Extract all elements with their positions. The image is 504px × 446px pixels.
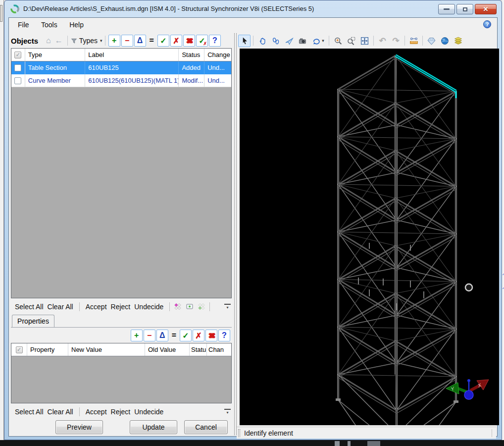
table-row[interactable]: Table Section 610UB125 Added Und... bbox=[11, 61, 231, 74]
col-old-value[interactable]: Old Value bbox=[145, 343, 190, 356]
menu-bar: File Tools Help ? bbox=[9, 18, 497, 32]
menu-file[interactable]: File bbox=[13, 18, 34, 29]
select-tool-icon[interactable] bbox=[238, 35, 251, 47]
prop-accept-link[interactable]: Accept bbox=[86, 408, 107, 416]
point-marker bbox=[465, 284, 472, 291]
highlighted-member[interactable] bbox=[396, 56, 456, 98]
walk-tool-icon[interactable] bbox=[269, 35, 282, 47]
accept-link[interactable]: Accept bbox=[86, 303, 107, 311]
panel-splitter[interactable] bbox=[234, 33, 237, 435]
statusbar-grip bbox=[238, 429, 240, 437]
properties-toolbar: + − Δ = ✓ ✗ ✖ ? bbox=[11, 329, 232, 342]
background-window-edge-right: ✓✓ bbox=[502, 0, 504, 440]
menu-tools[interactable]: Tools bbox=[36, 18, 62, 29]
menu-help[interactable]: Help bbox=[64, 18, 89, 29]
prop-select-all-checkbox[interactable]: ✓ bbox=[16, 346, 23, 353]
col-new-value[interactable]: New Value bbox=[68, 343, 145, 356]
add-filter-button[interactable]: + bbox=[108, 35, 120, 47]
objects-panel-title: Objects bbox=[11, 37, 38, 45]
table-row[interactable]: Curve Member 610UB125(610UB125)(MATL 1) … bbox=[11, 74, 231, 87]
cancel-button[interactable]: Cancel bbox=[184, 420, 228, 434]
prop-reject-button[interactable]: ✗ bbox=[193, 330, 204, 341]
types-dropdown[interactable]: Types bbox=[79, 37, 98, 45]
show-accepted-filter-icon[interactable] bbox=[197, 302, 206, 311]
redo-view-icon[interactable]: ↷ bbox=[390, 35, 402, 47]
rotate-view-tool-icon[interactable]: ▾ bbox=[309, 35, 326, 47]
window-title: D:\Dev\Release Articles\S_Exhaust.ism.dg… bbox=[23, 5, 314, 12]
layers-icon[interactable] bbox=[452, 35, 464, 47]
col-change[interactable]: Change bbox=[204, 49, 231, 61]
titlebar[interactable]: D:\Dev\Release Articles\S_Exhaust.ism.dg… bbox=[4, 0, 502, 17]
app-logo-icon bbox=[10, 4, 20, 14]
back-icon[interactable]: ← bbox=[55, 36, 63, 45]
prop-help-button[interactable]: ? bbox=[218, 330, 230, 341]
preview-button[interactable]: Preview bbox=[55, 420, 103, 434]
fly-tool-icon[interactable] bbox=[283, 35, 295, 47]
remove-filter-button[interactable]: − bbox=[121, 35, 133, 47]
home-icon[interactable]: ⌂ bbox=[46, 36, 51, 45]
prop-reject-link[interactable]: Reject bbox=[111, 408, 131, 416]
app-window: D:\Dev\Release Articles\S_Exhaust.ism.dg… bbox=[4, 0, 502, 440]
desktop: ✓✓ D:\Dev\Release Articles\S_Exhaust.ism… bbox=[0, 0, 504, 446]
taskbar-strip bbox=[0, 440, 504, 446]
prop-delta-button[interactable]: Δ bbox=[156, 330, 168, 341]
row-checkbox[interactable] bbox=[14, 64, 21, 71]
client-area: File Tools Help ? Objects ⌂ ← Types ▾ + … bbox=[8, 17, 498, 437]
prop-add-button[interactable]: + bbox=[131, 330, 143, 341]
reject-link[interactable]: Reject bbox=[111, 303, 131, 311]
objects-table: ✓ Type Label Status Change Table Section… bbox=[11, 48, 232, 298]
prop-equals-label: = bbox=[172, 331, 176, 340]
col-status[interactable]: Status bbox=[179, 49, 204, 61]
objects-table-header: ✓ Type Label Status Change bbox=[11, 49, 231, 61]
prop-clear-all-link[interactable]: Clear All bbox=[48, 408, 73, 416]
undecide-question-button[interactable]: ? bbox=[209, 35, 221, 47]
help-icon[interactable]: ? bbox=[483, 20, 491, 28]
zoom-tool-icon[interactable] bbox=[332, 35, 344, 47]
reject-all-button[interactable]: ✖ bbox=[183, 35, 195, 47]
toolbar-overflow-icon[interactable]: ▾ bbox=[224, 304, 231, 310]
view-toolbar: ▾ ↶ ↷ bbox=[238, 33, 496, 48]
update-button[interactable]: Update bbox=[130, 420, 177, 434]
render-mode-icon[interactable] bbox=[425, 35, 438, 47]
tab-properties[interactable]: Properties bbox=[12, 315, 54, 327]
delta-filter-button[interactable]: Δ bbox=[134, 35, 146, 47]
pan-tool-icon[interactable] bbox=[256, 35, 268, 47]
filter-icon[interactable] bbox=[70, 37, 78, 45]
undo-view-icon[interactable]: ↶ bbox=[376, 35, 389, 47]
col-prop-change[interactable]: Chan bbox=[207, 343, 231, 356]
row-checkbox[interactable] bbox=[14, 77, 21, 84]
col-property[interactable]: Property bbox=[27, 343, 68, 356]
properties-table: ✓ Property New Value Old Value Statu Cha… bbox=[11, 343, 232, 403]
types-dropdown-arrow-icon[interactable]: ▾ bbox=[100, 38, 102, 43]
prop-select-all-link[interactable]: Select All bbox=[15, 408, 44, 416]
select-all-link[interactable]: Select All bbox=[15, 303, 44, 311]
clear-all-link[interactable]: Clear All bbox=[48, 303, 73, 311]
col-type[interactable]: Type bbox=[25, 49, 85, 61]
select-all-checkbox[interactable]: ✓ bbox=[14, 52, 21, 58]
maximize-button[interactable] bbox=[456, 4, 473, 14]
prop-reject-all-button[interactable]: ✖ bbox=[205, 330, 217, 341]
show-rejected-filter-icon[interactable] bbox=[173, 302, 183, 311]
globe-icon[interactable] bbox=[439, 35, 451, 47]
close-button[interactable]: ✕ bbox=[475, 4, 497, 14]
accept-reject-mixed-button[interactable]: ✓✗ bbox=[196, 35, 208, 47]
col-prop-status[interactable]: Statu bbox=[190, 343, 207, 356]
prop-undecide-link[interactable]: Undecide bbox=[134, 408, 163, 416]
prop-toolbar-overflow-icon[interactable]: ▾ bbox=[224, 409, 231, 415]
col-label[interactable]: Label bbox=[85, 49, 179, 61]
viewport-3d[interactable]: Y X bbox=[240, 49, 499, 425]
status-bar: Identify element bbox=[237, 427, 496, 439]
prop-remove-button[interactable]: − bbox=[144, 330, 155, 341]
prop-accept-button[interactable]: ✓ bbox=[180, 330, 192, 341]
preview-pane-icon[interactable] bbox=[185, 302, 195, 311]
fit-view-tool-icon[interactable] bbox=[358, 35, 371, 47]
axis-triad: Y X bbox=[446, 379, 489, 399]
background-window-edge bbox=[0, 0, 4, 440]
undecide-link[interactable]: Undecide bbox=[134, 303, 163, 311]
zoom-window-tool-icon[interactable] bbox=[345, 35, 357, 47]
reject-button[interactable]: ✗ bbox=[170, 35, 182, 47]
camera-tool-icon[interactable] bbox=[296, 35, 308, 47]
measure-tool-icon[interactable] bbox=[407, 35, 420, 47]
accept-all-button[interactable]: ✓ bbox=[157, 35, 169, 47]
minimize-button[interactable] bbox=[438, 4, 455, 14]
